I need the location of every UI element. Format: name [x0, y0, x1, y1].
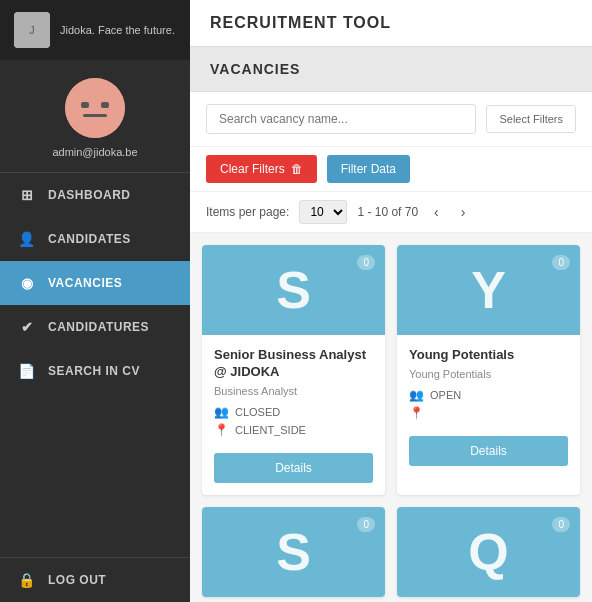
filter-icon: 🗑: [291, 162, 303, 176]
card-location-2: 📍: [409, 406, 568, 420]
sidebar-bottom: 🔒 LOG OUT: [0, 557, 190, 602]
details-button-1[interactable]: Details: [214, 453, 373, 483]
card-subtitle-1: Business Analyst: [214, 385, 373, 397]
avatar: [65, 78, 125, 138]
pagination-row: Items per page: 10 1 - 10 of 70 ‹ ›: [190, 192, 592, 233]
pagination-info: 1 - 10 of 70: [357, 205, 418, 219]
card-letter-3: S: [276, 522, 311, 582]
prev-page-button[interactable]: ‹: [428, 202, 445, 222]
content-area: VACANCIES Select Filters Clear Filters 🗑…: [190, 47, 592, 602]
card-body-1: Senior Business Analyst @ JIDOKA Busines…: [202, 335, 385, 453]
card-header-3: 0 S: [202, 507, 385, 597]
card-title-2: Young Potentials: [409, 347, 568, 364]
grid-icon: ⊞: [18, 186, 36, 204]
sidebar-item-dashboard[interactable]: ⊞ DASHBOARD: [0, 173, 190, 217]
card-status-1: 👥 CLOSED: [214, 405, 373, 419]
card-letter-2: Y: [471, 260, 506, 320]
svg-rect-6: [83, 114, 107, 117]
card-header-4: 0 Q: [397, 507, 580, 597]
card-title-1: Senior Business Analyst @ JIDOKA: [214, 347, 373, 381]
filters-row: Select Filters: [190, 92, 592, 147]
card-badge-4: 0: [552, 517, 570, 532]
card-header-1: 0 S: [202, 245, 385, 335]
sidebar-item-label: VACANCIES: [48, 276, 122, 290]
filter-data-button[interactable]: Filter Data: [327, 155, 410, 183]
sidebar-item-label: CANDIDATURES: [48, 320, 149, 334]
cards-grid: 0 S Senior Business Analyst @ JIDOKA Bus…: [190, 233, 592, 602]
location-label-1: CLIENT_SIDE: [235, 424, 306, 436]
main-header: RECRUITMENT TOOL: [190, 0, 592, 47]
search-input[interactable]: [206, 104, 476, 134]
card-letter-1: S: [276, 260, 311, 320]
sidebar-item-vacancies[interactable]: ◉ VACANCIES: [0, 261, 190, 305]
svg-rect-5: [101, 102, 109, 108]
lock-icon: 🔒: [18, 571, 36, 589]
page-title: RECRUITMENT TOOL: [210, 14, 572, 32]
card-location-1: 📍 CLIENT_SIDE: [214, 423, 373, 437]
card-badge-3: 0: [357, 517, 375, 532]
clear-filters-button[interactable]: Clear Filters 🗑: [206, 155, 317, 183]
file-icon: 📄: [18, 362, 36, 380]
card-header-2: 0 Y: [397, 245, 580, 335]
card-badge-1: 0: [357, 255, 375, 270]
person-icon: 👤: [18, 230, 36, 248]
next-page-button[interactable]: ›: [455, 202, 472, 222]
svg-rect-8: [115, 96, 121, 106]
card-status-2: 👥 OPEN: [409, 388, 568, 402]
status-label-2: OPEN: [430, 389, 461, 401]
sidebar: J Jidoka. Face the future. admin@jidoka.…: [0, 0, 190, 602]
task-icon: ✔: [18, 318, 36, 336]
vacancy-card: 0 S Senior Business Analyst @ JIDOKA Bus…: [202, 245, 385, 495]
vacancy-card-4: 0 Q: [397, 507, 580, 597]
sidebar-item-candidates[interactable]: 👤 CANDIDATES: [0, 217, 190, 261]
card-subtitle-2: Young Potentials: [409, 368, 568, 380]
svg-rect-3: [75, 88, 115, 128]
sidebar-item-label: DASHBOARD: [48, 188, 131, 202]
select-filters-button[interactable]: Select Filters: [486, 105, 576, 133]
vacancy-card-3: 0 S: [202, 507, 385, 597]
location-icon-2: 📍: [409, 406, 424, 420]
sidebar-item-search-in-cv[interactable]: 📄 SEARCH IN CV: [0, 349, 190, 393]
person-group-icon-2: 👥: [409, 388, 424, 402]
details-button-2[interactable]: Details: [409, 436, 568, 466]
sidebar-item-label: CANDIDATES: [48, 232, 131, 246]
svg-rect-4: [81, 102, 89, 108]
items-per-page-label: Items per page:: [206, 205, 289, 219]
location-icon: 📍: [214, 423, 229, 437]
status-label-1: CLOSED: [235, 406, 280, 418]
section-header: VACANCIES: [190, 47, 592, 92]
sidebar-brand: J Jidoka. Face the future.: [0, 0, 190, 60]
sidebar-user: admin@jidoka.be: [0, 60, 190, 173]
sidebar-item-label: SEARCH IN CV: [48, 364, 140, 378]
sidebar-item-logout[interactable]: 🔒 LOG OUT: [0, 558, 190, 602]
card-letter-4: Q: [468, 522, 508, 582]
card-footer-2: Details: [397, 436, 580, 478]
per-page-select[interactable]: 10: [299, 200, 347, 224]
main-content: RECRUITMENT TOOL VACANCIES Select Filter…: [190, 0, 592, 602]
card-badge-2: 0: [552, 255, 570, 270]
actions-row: Clear Filters 🗑 Filter Data: [190, 147, 592, 192]
vacancy-card-2: 0 Y Young Potentials Young Potentials 👥 …: [397, 245, 580, 495]
brand-name: Jidoka. Face the future.: [60, 23, 175, 37]
logout-label: LOG OUT: [48, 573, 106, 587]
card-body-2: Young Potentials Young Potentials 👥 OPEN…: [397, 335, 580, 436]
svg-rect-7: [69, 96, 75, 106]
sidebar-item-candidatures[interactable]: ✔ CANDIDATURES: [0, 305, 190, 349]
brand-logo: J: [14, 12, 50, 48]
clear-filters-label: Clear Filters: [220, 162, 285, 176]
svg-text:J: J: [30, 25, 35, 36]
user-email: admin@jidoka.be: [52, 146, 137, 158]
circle-icon: ◉: [18, 274, 36, 292]
card-footer-1: Details: [202, 453, 385, 495]
sidebar-nav: ⊞ DASHBOARD 👤 CANDIDATES ◉ VACANCIES ✔ C…: [0, 173, 190, 393]
person-group-icon: 👥: [214, 405, 229, 419]
